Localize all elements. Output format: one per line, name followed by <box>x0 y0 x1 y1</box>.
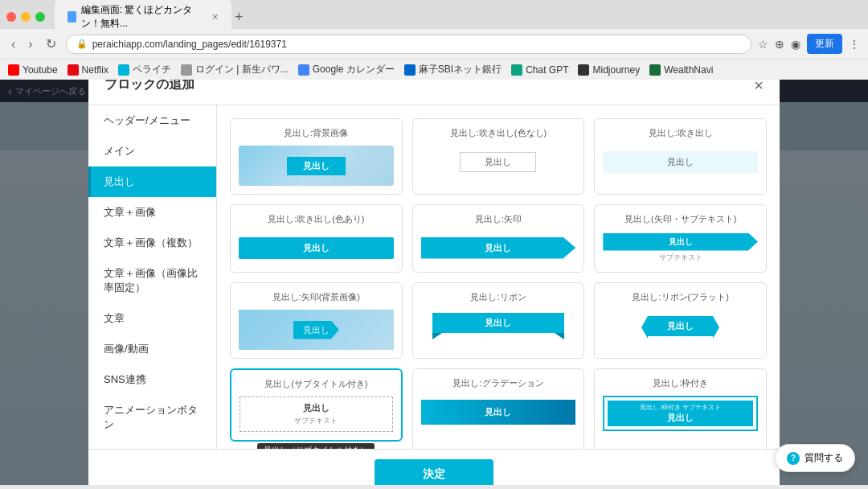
nav-item-text[interactable]: 文章 <box>88 303 216 334</box>
forward-btn[interactable]: › <box>25 35 35 53</box>
nav-item-text-image-multi[interactable]: 文章＋画像（複数） <box>88 228 216 258</box>
block-card-framed-title: 見出し:枠付き <box>603 377 758 389</box>
bookmark-login[interactable]: ログイン | 新生パワ... <box>181 63 289 76</box>
bookmark-peraichi-label: ペライチ <box>133 63 171 76</box>
nav-item-text-image-fixed[interactable]: 文章＋画像（画像比率固定） <box>88 258 216 303</box>
block-card-bubble-simple-title: 見出し:吹き出し <box>603 127 758 139</box>
preview-bubble-color-text: 見出し <box>239 237 394 259</box>
mausbi-icon <box>404 64 416 76</box>
preview-arrow-subtext-heading: 見出し <box>603 233 758 251</box>
netflix-icon <box>68 64 79 76</box>
update-btn[interactable]: 更新 <box>807 34 842 54</box>
preview-bubble-text: 見出し <box>460 152 536 172</box>
bookmark-midjourney-label: Midjourney <box>592 64 640 76</box>
login-icon <box>181 64 192 76</box>
active-tab[interactable]: 編集画面: 驚くほどカンタン！無料... ✕ <box>55 0 231 35</box>
block-card-arrow-subtext[interactable]: 見出し(矢印・サブテキスト) 見出し サブテキスト <box>594 204 767 273</box>
block-card-gradient[interactable]: 見出し:グラデーション 見出し <box>412 368 585 449</box>
youtube-icon <box>8 64 19 76</box>
preview-arrow-text: 見出し <box>421 237 576 259</box>
help-button[interactable]: ? 質問する <box>775 444 855 472</box>
block-card-gradient-title: 見出し:グラデーション <box>421 377 576 389</box>
midjourney-icon <box>578 64 589 76</box>
bookmark-wealthnavi-label: WealthNavi <box>664 64 713 76</box>
block-preview-subtitle: 見出し サブテキスト <box>240 397 393 432</box>
extension-btn[interactable]: ⊕ <box>775 38 784 51</box>
modal-header: ブロックの追加 × <box>88 80 780 105</box>
bookmark-btn[interactable]: ☆ <box>758 38 768 51</box>
bookmark-peraichi[interactable]: ペライチ <box>118 63 171 76</box>
block-preview-gradient: 見出し <box>421 396 576 428</box>
block-row-4: 見出し(サブタイトル付き) 見出し サブテキスト 見出し（サブタイトル付き） <box>230 368 767 449</box>
lock-icon: 🔒 <box>76 39 88 49</box>
preview-arrow-bg-text: 見出し <box>293 321 339 339</box>
bookmark-google-cal[interactable]: Google カレンダー <box>298 63 395 76</box>
block-preview-bubble-color: 見出し <box>239 232 394 264</box>
bookmark-mausbi[interactable]: 麻子SBIネット銀行 <box>404 63 502 76</box>
preview-heading-text: 見出し <box>287 157 346 175</box>
preview-ribbon-text: 見出し <box>432 313 564 333</box>
block-card-bubble-no-color-title: 見出し:吹き出し(色なし) <box>421 127 576 139</box>
bookmark-chatgpt[interactable]: Chat GPT <box>511 64 568 76</box>
address-bar[interactable]: 🔒 peraichiapp.com/landing_pages/edit/161… <box>66 35 751 54</box>
bookmark-wealthnavi[interactable]: WealthNavi <box>649 64 713 76</box>
block-preview-arrow: 見出し <box>421 232 576 264</box>
google-cal-icon <box>298 64 309 76</box>
block-preview-arrow-bg: 見出し <box>239 310 394 350</box>
block-card-arrow[interactable]: 見出し:矢印 見出し <box>412 204 585 273</box>
bookmark-netflix[interactable]: Netflix <box>68 64 108 76</box>
nav-item-sns[interactable]: SNS連携 <box>88 364 216 395</box>
block-card-subtitle[interactable]: 見出し(サブタイトル付き) 見出し サブテキスト 見出し（サブタイトル付き） <box>230 368 403 442</box>
block-card-arrow-title: 見出し:矢印 <box>421 213 576 225</box>
ribbon-end-left <box>432 333 442 339</box>
modal-close-btn[interactable]: × <box>754 80 764 93</box>
block-card-framed[interactable]: 見出し:枠付き 見出し:枠付き サブテキスト 見出し <box>594 368 767 449</box>
nav-item-image-video[interactable]: 画像/動画 <box>88 334 216 364</box>
add-block-modal: ブロックの追加 × ヘッダー/メニュー メイン 見出し 文章＋画像 文章＋画像（… <box>88 80 780 485</box>
tab-close-btn[interactable]: ✕ <box>211 12 219 23</box>
block-row-2: 見出し:吹き出し(色あり) 見出し 見出し:矢印 見出し <box>230 204 767 273</box>
block-card-ribbon[interactable]: 見出し:リボン 見出し <box>412 282 585 359</box>
bookmark-midjourney[interactable]: Midjourney <box>578 64 640 76</box>
nav-item-animation-btn[interactable]: アニメーションボタン <box>88 395 216 440</box>
nav-item-text-image[interactable]: 文章＋画像 <box>88 197 216 228</box>
bookmark-youtube[interactable]: Youtube <box>8 64 58 76</box>
decide-btn[interactable]: 決定 <box>375 459 493 485</box>
block-card-bubble-simple[interactable]: 見出し:吹き出し 見出し <box>594 118 767 195</box>
profile-btn[interactable]: ◉ <box>791 38 800 51</box>
block-preview-ribbon-flat: 見出し <box>603 310 758 342</box>
bookmark-chatgpt-label: Chat GPT <box>526 64 568 76</box>
bookmark-google-cal-label: Google カレンダー <box>313 63 395 76</box>
maximize-window-btn[interactable] <box>35 12 45 22</box>
block-card-bg-image[interactable]: 見出し:背景画像 見出し <box>230 118 403 195</box>
block-card-subtitle-title: 見出し(サブタイトル付き) <box>240 378 393 390</box>
block-card-arrow-bg[interactable]: 見出し:矢印(背景画像) 見出し <box>230 282 403 359</box>
reload-btn[interactable]: ↻ <box>43 35 59 53</box>
back-btn[interactable]: ‹ <box>8 35 18 53</box>
nav-item-header-menu[interactable]: ヘッダー/メニュー <box>88 105 216 136</box>
modal-grid-area: 見出し:背景画像 見出し 見出し:吹き出し(色なし) <box>217 105 780 449</box>
block-card-bubble-color[interactable]: 見出し:吹き出し(色あり) 見出し <box>230 204 403 273</box>
bookmark-netflix-label: Netflix <box>82 64 108 76</box>
block-preview-arrow-subtext: 見出し サブテキスト <box>603 232 758 264</box>
block-preview-framed: 見出し:枠付き サブテキスト 見出し <box>603 396 758 431</box>
block-row-1: 見出し:背景画像 見出し 見出し:吹き出し(色なし) <box>230 118 767 195</box>
wealthnavi-icon <box>649 64 661 76</box>
close-window-btn[interactable] <box>6 12 16 22</box>
nav-item-button[interactable]: ボタン <box>88 440 216 449</box>
modal-nav: ヘッダー/メニュー メイン 見出し 文章＋画像 文章＋画像（複数） 文章＋画像（… <box>88 105 217 449</box>
modal-footer: 決定 <box>88 449 780 485</box>
bookmark-youtube-label: Youtube <box>23 64 58 76</box>
block-row-3: 見出し:矢印(背景画像) 見出し 見出し:リボン <box>230 282 767 359</box>
nav-item-heading[interactable]: 見出し <box>88 166 216 197</box>
block-card-ribbon-flat[interactable]: 見出し:リボン(フラット) 見出し <box>594 282 767 359</box>
new-tab-btn[interactable]: + <box>235 10 244 24</box>
menu-btn[interactable]: ⋮ <box>849 38 860 51</box>
minimize-window-btn[interactable] <box>21 12 31 22</box>
url-text: peraichiapp.com/landing_pages/edit/16193… <box>92 39 287 50</box>
help-circle-icon: ? <box>787 452 800 465</box>
block-card-bg-image-title: 見出し:背景画像 <box>239 127 394 139</box>
block-card-bubble-no-color[interactable]: 見出し:吹き出し(色なし) 見出し <box>412 118 585 195</box>
nav-item-main[interactable]: メイン <box>88 136 216 166</box>
ribbon-end-right <box>555 333 564 339</box>
